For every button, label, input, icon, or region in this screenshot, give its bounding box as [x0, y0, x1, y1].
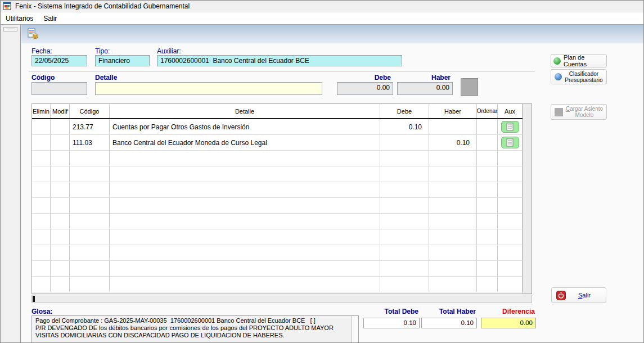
table-horizontal-scrollbar[interactable] [31, 295, 532, 303]
cell-aux[interactable] [498, 119, 523, 134]
cell-debe[interactable] [380, 277, 429, 292]
cell-elimin[interactable] [32, 182, 51, 197]
cell-ordenar[interactable] [477, 182, 498, 197]
cell-elimin[interactable] [32, 261, 51, 276]
cell-codigo[interactable] [70, 198, 110, 213]
cell-aux[interactable] [498, 245, 523, 260]
cell-elimin[interactable] [32, 214, 51, 229]
cell-elimin[interactable] [32, 229, 51, 245]
cell-ordenar[interactable] [477, 151, 498, 166]
tipo-input[interactable]: Financiero [95, 55, 150, 66]
voucher-document-icon[interactable] [26, 28, 39, 40]
cell-modif[interactable] [51, 214, 70, 229]
column-header-ordenar[interactable]: Ordenar [477, 104, 498, 118]
cell-ordenar[interactable] [477, 135, 498, 150]
cell-modif[interactable] [51, 229, 70, 245]
haber-input[interactable]: 0.00 [397, 82, 453, 95]
table-vertical-scrollbar[interactable] [523, 104, 532, 294]
cell-modif[interactable] [51, 245, 70, 260]
cell-codigo[interactable] [70, 261, 110, 276]
cell-elimin[interactable] [32, 135, 51, 150]
column-header-aux[interactable]: Aux [498, 104, 523, 118]
cell-codigo[interactable] [70, 245, 110, 260]
cell-ordenar[interactable] [477, 277, 498, 292]
column-header-elimin[interactable]: Elimin [32, 104, 51, 118]
cell-detalle[interactable] [110, 166, 380, 182]
aux-button[interactable] [501, 121, 519, 133]
cell-aux[interactable] [498, 151, 523, 166]
cell-aux[interactable] [498, 214, 523, 229]
column-header-debe[interactable]: Debe [380, 104, 429, 118]
debe-input[interactable]: 0.00 [337, 82, 393, 95]
cell-aux[interactable] [498, 261, 523, 276]
cell-haber[interactable]: 0.10 [429, 135, 477, 150]
cell-modif[interactable] [51, 182, 70, 197]
detalle-input[interactable] [95, 82, 322, 95]
auxiliar-input[interactable]: 1760002600001 Banco Central del Ecuador … [157, 55, 402, 66]
cell-detalle[interactable]: Cuentas por Pagar Otros Gastos de Invers… [110, 119, 380, 134]
cell-modif[interactable] [51, 135, 70, 150]
menu-salir[interactable]: Salir [38, 13, 62, 24]
column-header-modif[interactable]: Modif [51, 104, 70, 118]
scrollbar-thumb[interactable] [33, 296, 35, 302]
cell-codigo[interactable] [70, 151, 110, 166]
cell-ordenar[interactable] [477, 166, 498, 182]
splitter-handle[interactable] [3, 27, 17, 31]
cell-codigo[interactable] [70, 277, 110, 292]
cell-debe[interactable] [380, 166, 429, 182]
cell-elimin[interactable] [32, 151, 51, 166]
cell-detalle[interactable] [110, 151, 380, 166]
cell-haber[interactable] [429, 261, 477, 276]
cell-detalle[interactable] [110, 214, 380, 229]
column-header-detalle[interactable]: Detalle [110, 104, 380, 118]
cell-elimin[interactable] [32, 119, 51, 134]
cell-detalle[interactable] [110, 198, 380, 213]
cell-haber[interactable] [429, 119, 477, 134]
clasificador-presupuestario-button[interactable]: Clasificador Presupuestario [551, 69, 607, 84]
cell-debe[interactable] [380, 214, 429, 229]
salir-button[interactable]: Salir [551, 287, 606, 303]
cell-elimin[interactable] [32, 198, 51, 213]
cell-modif[interactable] [51, 119, 70, 134]
cell-elimin[interactable] [32, 166, 51, 182]
cargar-asiento-modelo-button[interactable]: Cargar Asiento Modelo [551, 104, 607, 120]
add-entry-button[interactable] [461, 78, 478, 96]
cell-aux[interactable] [498, 277, 523, 292]
aux-button[interactable] [501, 137, 519, 148]
cell-modif[interactable] [51, 277, 70, 292]
cell-haber[interactable] [429, 151, 477, 166]
cell-detalle[interactable] [110, 229, 380, 245]
cell-detalle[interactable] [110, 245, 380, 260]
cell-detalle[interactable] [110, 182, 380, 197]
codigo-input[interactable] [31, 82, 87, 95]
cell-codigo[interactable] [70, 182, 110, 197]
cell-ordenar[interactable] [477, 214, 498, 229]
cell-detalle[interactable] [110, 261, 380, 276]
cell-debe[interactable] [380, 135, 429, 150]
cell-aux[interactable] [498, 166, 523, 182]
cell-debe[interactable] [380, 261, 429, 276]
cell-codigo[interactable] [70, 166, 110, 182]
cell-haber[interactable] [429, 198, 477, 213]
cell-debe[interactable] [380, 198, 429, 213]
cell-ordenar[interactable] [477, 229, 498, 245]
cell-haber[interactable] [429, 277, 477, 292]
glosa-scrollbar[interactable] [351, 316, 358, 342]
cell-codigo[interactable]: 111.03 [70, 135, 110, 150]
cell-debe[interactable] [380, 245, 429, 260]
cell-codigo[interactable] [70, 214, 110, 229]
cell-haber[interactable] [429, 166, 477, 182]
cell-modif[interactable] [51, 261, 70, 276]
cell-debe[interactable] [380, 182, 429, 197]
cell-codigo[interactable] [70, 229, 110, 245]
column-header-codigo[interactable]: Código [70, 104, 110, 118]
cell-ordenar[interactable] [477, 245, 498, 260]
cell-debe[interactable]: 0.10 [380, 119, 429, 134]
menu-utilitarios[interactable]: Utilitarios [1, 13, 38, 24]
fecha-input[interactable]: 22/05/2025 [31, 55, 87, 66]
cell-modif[interactable] [51, 151, 70, 166]
cell-modif[interactable] [51, 166, 70, 182]
cell-modif[interactable] [51, 198, 70, 213]
cell-haber[interactable] [429, 214, 477, 229]
cell-haber[interactable] [429, 245, 477, 260]
